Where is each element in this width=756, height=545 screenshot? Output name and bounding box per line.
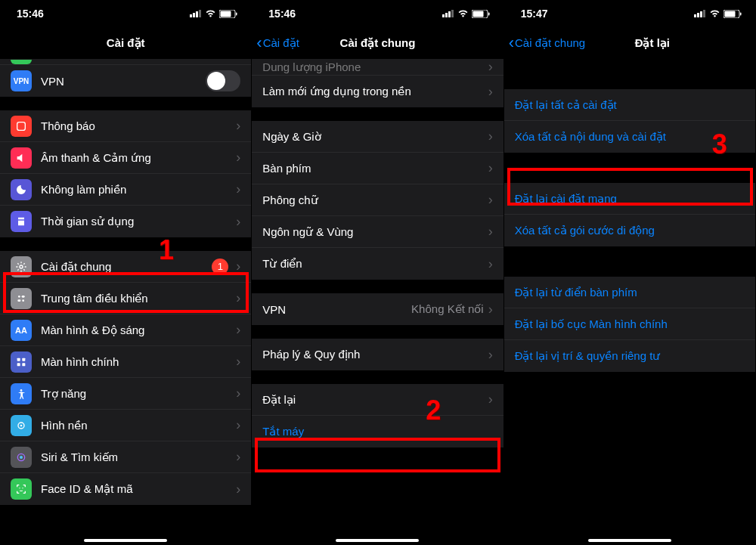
cellular-icon bbox=[442, 10, 454, 17]
row-thong-bao[interactable]: Thông báo › bbox=[0, 110, 251, 142]
row-label: Pháp lý & Quy định bbox=[262, 348, 483, 361]
group-general: Cài đặt chung 1 › Trung tâm điều khiển ›… bbox=[0, 251, 251, 505]
row-faceid[interactable]: Face ID & Mật mã › bbox=[0, 473, 251, 505]
battery-icon bbox=[723, 10, 742, 18]
row-label: Đặt lại vị trí & quyền riêng tư bbox=[515, 349, 661, 363]
row-storage-cut[interactable]: Dung lượng iPhone › bbox=[252, 59, 503, 76]
svg-rect-15 bbox=[17, 363, 20, 366]
vpn-toggle[interactable] bbox=[206, 70, 240, 91]
row-thoi-gian[interactable]: Thời gian sử dụng › bbox=[0, 206, 251, 237]
back-button[interactable]: ‹ Cài đặt bbox=[256, 35, 299, 51]
row-label: Không làm phiền bbox=[41, 183, 231, 197]
status-icons bbox=[694, 10, 742, 18]
row-label: Đặt lại tất cả cài đặt bbox=[515, 98, 617, 112]
svg-rect-29 bbox=[472, 11, 483, 17]
screen-settings: 15:46 Cài đặt VPN VPN Thông báo › Âm tha… bbox=[0, 0, 252, 545]
home-indicator[interactable] bbox=[84, 539, 167, 542]
group-vpn: VPN VPN bbox=[0, 65, 251, 97]
row-siri[interactable]: Siri & Tìm kiếm › bbox=[0, 441, 251, 473]
row-label: Đặt lại bố cục Màn hình chính bbox=[515, 317, 668, 331]
chevron-left-icon: ‹ bbox=[509, 35, 514, 51]
chevron-right-icon: › bbox=[236, 386, 240, 401]
svg-point-17 bbox=[20, 389, 23, 392]
cellular-icon bbox=[694, 10, 706, 17]
row-reset-network[interactable]: Đặt lại cài đặt mạng bbox=[504, 183, 755, 215]
row-ngon-ngu[interactable]: Ngôn ngữ & Vùng › bbox=[252, 216, 503, 248]
row-tat-may[interactable]: Tắt máy bbox=[252, 416, 503, 447]
faceid-icon bbox=[11, 478, 32, 500]
svg-rect-27 bbox=[451, 10, 454, 17]
screen-general: 15:46 ‹ Cài đặt Cài đặt chung Dung lượng… bbox=[252, 0, 503, 545]
annotation-3: 3 bbox=[712, 129, 727, 160]
control-center-icon bbox=[11, 288, 32, 309]
row-lam-moi[interactable]: Làm mới ứng dụng trong nền › bbox=[252, 76, 503, 107]
homescreen-icon bbox=[11, 351, 32, 373]
row-tro-nang[interactable]: Trợ năng › bbox=[0, 378, 251, 410]
row-label: Màn hình chính bbox=[41, 355, 231, 368]
row-ngay-gio[interactable]: Ngày & Giờ › bbox=[252, 121, 503, 153]
row-tu-dien[interactable]: Từ điển › bbox=[252, 248, 503, 280]
home-indicator[interactable] bbox=[336, 539, 419, 542]
svg-rect-13 bbox=[17, 358, 20, 361]
row-label: Cài đặt chung bbox=[41, 260, 212, 274]
chevron-right-icon: › bbox=[488, 59, 493, 75]
row-vpn[interactable]: VPN VPN bbox=[0, 65, 251, 97]
chevron-right-icon: › bbox=[236, 449, 240, 465]
row-phong-chu[interactable]: Phông chữ › bbox=[252, 184, 503, 216]
row-erase-cellular[interactable]: Xóa tất cả gói cước di động bbox=[504, 215, 755, 246]
row-khong-lam-phien[interactable]: Không làm phiền › bbox=[0, 174, 251, 206]
chevron-right-icon: › bbox=[236, 354, 240, 370]
back-button[interactable]: ‹ Cài đặt chung bbox=[509, 35, 586, 51]
row-reset-home[interactable]: Đặt lại bố cục Màn hình chính bbox=[504, 308, 755, 340]
row-ban-phim[interactable]: Bàn phím › bbox=[252, 153, 503, 184]
screen-reset: 15:47 ‹ Cài đặt chung Đặt lại Đặt lại tấ… bbox=[504, 0, 756, 545]
wifi-icon bbox=[709, 10, 720, 18]
svg-rect-24 bbox=[442, 14, 445, 17]
row-am-thanh[interactable]: Âm thanh & Cảm ứng › bbox=[0, 142, 251, 174]
row-man-hinh-sang[interactable]: AA Màn hình & Độ sáng › bbox=[0, 314, 251, 346]
svg-point-21 bbox=[20, 456, 23, 459]
row-label: Đặt lại từ điển bàn phím bbox=[515, 286, 637, 299]
row-vpn2[interactable]: VPN Không Kết nối › bbox=[252, 293, 503, 325]
battery-icon bbox=[219, 10, 237, 18]
chevron-right-icon: › bbox=[488, 347, 493, 363]
svg-rect-0 bbox=[190, 14, 192, 17]
row-phap-ly[interactable]: Pháp lý & Quy định › bbox=[252, 339, 503, 370]
row-hinh-nen[interactable]: Hình nền › bbox=[0, 410, 251, 441]
row-label: Tắt máy bbox=[262, 425, 304, 438]
status-icons bbox=[442, 10, 490, 18]
wallpaper-icon bbox=[11, 415, 32, 436]
row-label: Hình nền bbox=[41, 419, 231, 432]
row-dat-lai[interactable]: Đặt lại › bbox=[252, 384, 503, 416]
chevron-left-icon: ‹ bbox=[256, 35, 262, 51]
row-label: Phông chữ bbox=[262, 194, 483, 207]
annotation-2: 2 bbox=[426, 395, 441, 426]
row-label: Siri & Tìm kiếm bbox=[41, 451, 231, 464]
home-indicator[interactable] bbox=[588, 539, 671, 542]
row-reset-all[interactable]: Đặt lại tất cả cài đặt bbox=[504, 89, 755, 121]
wifi-icon bbox=[457, 10, 469, 18]
chevron-right-icon: › bbox=[236, 259, 240, 274]
page-title: Cài đặt bbox=[0, 36, 251, 50]
row-label: Đặt lại bbox=[262, 393, 483, 407]
row-label: Đặt lại cài đặt mạng bbox=[515, 192, 617, 206]
badge: 1 bbox=[212, 259, 228, 275]
row-trung-tam[interactable]: Trung tâm điều khiển › bbox=[0, 283, 251, 314]
svg-rect-6 bbox=[236, 12, 237, 15]
group-top: Dung lượng iPhone › Làm mới ứng dụng tro… bbox=[252, 59, 503, 107]
group-vpn2: VPN Không Kết nối › bbox=[252, 293, 503, 325]
status-time: 15:47 bbox=[521, 8, 548, 20]
row-cai-dat-chung[interactable]: Cài đặt chung 1 › bbox=[0, 251, 251, 283]
group-locale: Ngày & Giờ › Bàn phím › Phông chữ › Ngôn… bbox=[252, 121, 503, 280]
chevron-right-icon: › bbox=[488, 224, 493, 240]
chevron-right-icon: › bbox=[236, 290, 240, 306]
status-icons bbox=[190, 10, 237, 18]
row-label: VPN bbox=[41, 75, 206, 88]
row-reset-keyboard[interactable]: Đặt lại từ điển bàn phím bbox=[504, 277, 755, 308]
row-label: Từ điển bbox=[262, 257, 483, 271]
row-man-hinh-chinh[interactable]: Màn hình chính › bbox=[0, 346, 251, 378]
chevron-right-icon: › bbox=[236, 181, 240, 197]
row-reset-privacy[interactable]: Đặt lại vị trí & quyền riêng tư bbox=[504, 340, 755, 372]
accessibility-icon bbox=[11, 383, 32, 404]
svg-rect-26 bbox=[448, 11, 451, 17]
